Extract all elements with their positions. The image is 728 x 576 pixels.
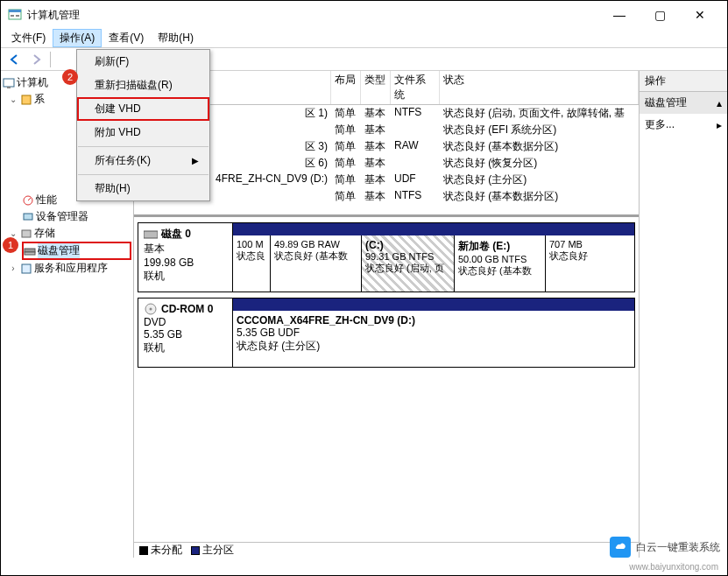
legend: 未分配 主分区 [134, 542, 639, 558]
annotation-badge-2: 2 [62, 69, 78, 85]
cdrom-0-bar [233, 299, 634, 311]
svg-rect-9 [22, 230, 31, 237]
col-filesystem[interactable]: 文件系统 [391, 71, 440, 104]
computer-icon [3, 77, 15, 89]
legend-primary: 主分区 [191, 543, 234, 558]
disk-0-bar [233, 223, 634, 235]
submenu-arrow-icon: ▶ [192, 156, 199, 165]
tree-disk-management[interactable]: 磁盘管理 [22, 242, 131, 260]
disk-partition[interactable]: 49.89 GB RAW状态良好 (基本数 [270, 235, 361, 292]
nav-forward-button[interactable] [27, 51, 45, 68]
actions-header: 操作 [640, 71, 727, 92]
perf-icon [22, 194, 34, 207]
action-more[interactable]: 更多...▸ [640, 114, 727, 136]
menu-file[interactable]: 文件(F) [4, 29, 53, 47]
menu-refresh[interactable]: 刷新(F) [77, 50, 209, 74]
svg-rect-2 [11, 15, 14, 17]
collapse-icon: ▴ [717, 97, 722, 109]
legend-unallocated: 未分配 [139, 543, 182, 558]
menu-action[interactable]: 操作(A) [53, 29, 102, 47]
menu-bar: 文件(F) 操作(A) 查看(V) 帮助(H) [1, 29, 727, 48]
annotation-badge-1: 1 [3, 237, 18, 253]
storage-icon [20, 228, 32, 240]
col-status[interactable]: 状态 [440, 71, 639, 104]
tree-storage[interactable]: ⌄存储 [3, 225, 131, 242]
menu-all-tasks[interactable]: 所有任务(K)▶ [77, 149, 209, 172]
cdrom-0-info[interactable]: CD-ROM 0 DVD 5.35 GB 联机 [138, 299, 233, 367]
watermark-url: www.baiyunxitong.com [629, 562, 718, 572]
tools-icon [20, 94, 32, 106]
menu-help[interactable]: 帮助(H) [151, 29, 201, 47]
menu-separator [78, 146, 209, 147]
action-disk-mgmt[interactable]: 磁盘管理▴ [640, 92, 727, 114]
svg-rect-13 [144, 231, 158, 238]
submenu-arrow-icon: ▸ [717, 119, 722, 131]
maximize-button[interactable]: ▢ [640, 2, 680, 28]
title-bar: 计算机管理 — ▢ ✕ [1, 1, 727, 29]
svg-rect-5 [7, 87, 11, 88]
disk-partition[interactable]: 100 M状态良 [233, 235, 270, 292]
col-layout[interactable]: 布局 [331, 71, 361, 104]
disk-0-info[interactable]: 磁盘 0 基本 199.98 GB 联机 [138, 223, 233, 292]
menu-help-item[interactable]: 帮助(H) [77, 177, 209, 200]
disk-partition[interactable]: 707 MB状态良好 [545, 235, 597, 292]
toolbar-btn[interactable] [56, 51, 74, 68]
svg-rect-6 [22, 95, 31, 104]
cdrom-0-block: CD-ROM 0 DVD 5.35 GB 联机 CCCOMA_X64FRE_ZH… [138, 298, 635, 368]
actions-pane: 操作 磁盘管理▴ 更多...▸ [640, 71, 727, 558]
tree-services[interactable]: ›服务和应用程序 [3, 260, 131, 277]
svg-rect-11 [25, 252, 35, 255]
app-icon [8, 8, 22, 22]
svg-rect-8 [24, 214, 32, 220]
menu-create-vhd[interactable]: 创建 VHD [77, 97, 209, 121]
svg-rect-3 [16, 15, 19, 17]
svg-rect-1 [9, 10, 21, 12]
disk-partition[interactable]: (C:)99.31 GB NTFS状态良好 (启动, 页 [361, 235, 454, 292]
disk-0-block: 磁盘 0 基本 199.98 GB 联机 100 M状态良49.89 GB RA… [138, 222, 635, 292]
svg-rect-12 [22, 264, 31, 273]
hdd-icon [144, 229, 158, 240]
watermark: 白云一键重装系统 [610, 537, 720, 558]
col-type[interactable]: 类型 [361, 71, 391, 104]
window-title: 计算机管理 [27, 8, 599, 23]
nav-back-button[interactable] [6, 51, 24, 68]
menu-attach-vhd[interactable]: 附加 VHD [77, 121, 209, 144]
services-icon [20, 263, 32, 275]
menu-separator [78, 174, 209, 175]
watermark-logo-icon [610, 537, 631, 558]
svg-point-15 [150, 308, 152, 311]
svg-rect-4 [4, 79, 14, 87]
minimize-button[interactable]: — [599, 2, 640, 28]
cdrom-partition[interactable]: CCCOMA_X64FRE_ZH-CN_DV9 (D:) 5.35 GB UDF… [233, 311, 634, 367]
menu-view[interactable]: 查看(V) [102, 29, 151, 47]
cdrom-icon [144, 302, 158, 316]
disk-icon [24, 245, 36, 257]
close-button[interactable]: ✕ [680, 2, 720, 28]
action-dropdown: 刷新(F) 重新扫描磁盘(R) 创建 VHD 附加 VHD 所有任务(K)▶ 帮… [76, 49, 210, 201]
tree-device-manager[interactable]: 设备管理器 [3, 208, 131, 225]
menu-rescan-disks[interactable]: 重新扫描磁盘(R) [77, 74, 209, 97]
disk-partition[interactable]: 新加卷 (E:)50.00 GB NTFS状态良好 (基本数 [454, 235, 545, 292]
device-icon [22, 211, 34, 223]
svg-rect-10 [25, 249, 35, 252]
disk-graphical-view: 磁盘 0 基本 199.98 GB 联机 100 M状态良49.89 GB RA… [134, 214, 639, 542]
